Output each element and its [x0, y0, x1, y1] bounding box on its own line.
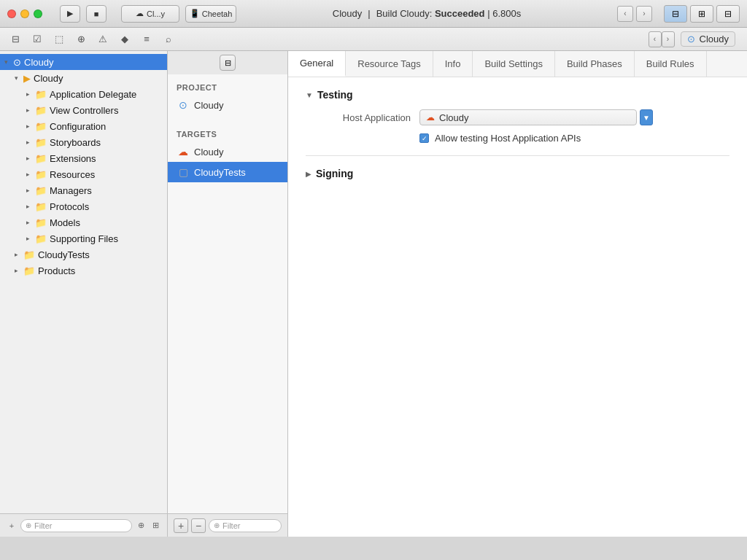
host-app-select-wrapper: ☁ Cloudy ▼ — [419, 109, 653, 125]
tab-resource-tags[interactable]: Resource Tags — [346, 51, 433, 77]
tree-products[interactable]: 📁 Products — [0, 262, 167, 279]
close-button[interactable] — [7, 9, 16, 18]
root-arrow[interactable] — [4, 58, 13, 66]
tree-configuration[interactable]: 📁 Configuration — [0, 118, 167, 134]
app-delegate-icon: 📁 — [35, 89, 47, 100]
navigator-toggle[interactable]: ⊟ — [664, 5, 687, 23]
device-selector[interactable]: 📱 Cheetah — [185, 5, 236, 23]
storyboards-arrow[interactable] — [26, 139, 35, 146]
resources-arrow[interactable] — [26, 171, 35, 178]
models-label: Models — [50, 217, 80, 228]
signing-section-title: Signing — [316, 168, 353, 179]
products-arrow[interactable] — [15, 267, 23, 274]
diamond-icon[interactable]: ◆ — [115, 31, 134, 48]
panel-project-item[interactable]: ⊙ Cloudy — [168, 95, 287, 115]
sidebar-filter[interactable]: ⊕ Filter — [20, 519, 132, 532]
forward-nav-button[interactable]: › — [636, 6, 652, 22]
tab-info[interactable]: Info — [433, 51, 473, 77]
scheme-selector[interactable]: ☁ Cl...y — [121, 5, 179, 23]
add-file-button[interactable]: + — [6, 520, 18, 532]
back-nav-button[interactable]: ‹ — [617, 6, 633, 22]
ct-arrow[interactable] — [15, 251, 23, 258]
vc-arrow[interactable] — [26, 106, 35, 114]
tree-supporting-files[interactable]: 📁 Supporting Files — [0, 230, 167, 246]
models-arrow[interactable] — [26, 219, 35, 226]
list-icon[interactable]: ≡ — [137, 31, 156, 48]
secondary-toolbar: ⊟ ☑ ⬚ ⊕ ⚠ ◆ ≡ ⌕ ‹ › ⊙ Cloudy — [0, 28, 747, 51]
add-icon[interactable]: ⊕ — [71, 31, 90, 48]
minimize-button[interactable] — [20, 9, 29, 18]
device-label: Cheetah — [202, 9, 233, 18]
panel-filter[interactable]: ⊕ Filter — [209, 519, 282, 532]
testing-collapse-toggle[interactable]: ▼ — [306, 91, 313, 99]
build-status-area: Cloudy | Build Cloudy: Succeeded | 6.800… — [333, 8, 521, 19]
scheme-label: Cl...y — [147, 9, 165, 18]
host-app-dropdown-arrow[interactable]: ▼ — [640, 109, 653, 125]
tree-resources[interactable]: 📁 Resources — [0, 166, 167, 182]
tree-models[interactable]: 📁 Models — [0, 214, 167, 230]
cloudy-arrow[interactable] — [15, 74, 23, 82]
tree-storyboards[interactable]: 📁 Storyboards — [0, 134, 167, 150]
tab-build-settings[interactable]: Build Settings — [473, 51, 555, 77]
resources-icon: 📁 — [35, 169, 47, 180]
tab-build-phases[interactable]: Build Phases — [555, 51, 635, 77]
remove-target-button[interactable]: − — [191, 518, 206, 533]
navigator-icon[interactable]: ⊟ — [6, 31, 25, 48]
build-prefix: Build Cloudy: — [376, 8, 435, 19]
forward-button2[interactable]: › — [662, 31, 675, 47]
protocols-arrow[interactable] — [26, 203, 35, 210]
testing-section-header: ▼ Testing — [306, 89, 729, 101]
breadcrumb-label: Cloudy — [700, 34, 729, 44]
managers-arrow[interactable] — [26, 187, 35, 194]
sf-arrow[interactable] — [26, 235, 35, 242]
app-delegate-arrow[interactable] — [26, 90, 35, 98]
testing-section: ▼ Testing Host Application ☁ Cloudy — [306, 89, 729, 144]
scheme-icon: ☁ — [136, 9, 144, 18]
filter-icon: ⊕ — [26, 521, 31, 529]
project-section-label: PROJECT — [168, 80, 287, 95]
tree-app-delegate[interactable]: 📁 Application Delegate — [0, 86, 167, 102]
host-app-app-icon: ☁ — [426, 112, 435, 122]
debug-toggle[interactable]: ⊞ — [690, 5, 713, 23]
host-app-row: Host Application ☁ Cloudy ▼ — [317, 109, 729, 125]
add-target-button[interactable]: + — [174, 518, 188, 533]
panel-project-label: Cloudy — [194, 100, 223, 111]
titlebar: ▶ ■ ☁ Cl...y 📱 Cheetah Cloudy | Build Cl… — [0, 0, 747, 28]
tree-managers[interactable]: 📁 Managers — [0, 182, 167, 198]
extensions-arrow[interactable] — [26, 155, 35, 162]
filter-options-button[interactable]: ⊞ — [150, 520, 161, 532]
host-app-control: ☁ Cloudy ▼ — [419, 109, 653, 125]
inspector-toggle[interactable]: ⊟ — [716, 5, 740, 23]
managers-icon: 📁 — [35, 185, 47, 196]
checkbox-icon[interactable]: ☑ — [28, 31, 47, 48]
tree-protocols[interactable]: 📁 Protocols — [0, 198, 167, 214]
stop-button[interactable]: ■ — [86, 5, 107, 23]
breadcrumb[interactable]: ⊙ Cloudy — [681, 31, 735, 47]
search-icon[interactable]: ⌕ — [159, 31, 178, 48]
config-arrow[interactable] — [26, 122, 35, 130]
host-app-select[interactable]: ☁ Cloudy — [419, 109, 637, 125]
tab-bar: General Resource Tags Info Build Setting… — [288, 51, 747, 77]
tree-cloudy[interactable]: ▶ Cloudy — [0, 70, 167, 86]
filter-recent-button[interactable]: ⊕ — [135, 520, 147, 532]
hierarchy-icon[interactable]: ⬚ — [50, 31, 69, 48]
main-area: ⊙ Cloudy ▶ Cloudy 📁 Application Delegate… — [0, 51, 747, 537]
panel-icon-btn[interactable]: ⊟ — [220, 55, 236, 71]
targets-section-label: TARGETS — [168, 127, 287, 141]
signing-collapse-toggle[interactable]: ▶ — [306, 170, 311, 178]
tree-cloudy-tests[interactable]: 📁 CloudyTests — [0, 246, 167, 262]
panel-target-cloudy[interactable]: ☁ Cloudy — [168, 141, 287, 162]
allow-testing-checkbox[interactable]: ✓ — [419, 133, 429, 143]
tree-extensions[interactable]: 📁 Extensions — [0, 150, 167, 166]
back-button2[interactable]: ‹ — [649, 31, 662, 47]
testing-section-title: Testing — [317, 89, 353, 101]
tree-root[interactable]: ⊙ Cloudy — [0, 54, 167, 70]
warning-icon[interactable]: ⚠ — [93, 31, 112, 48]
fullscreen-button[interactable] — [34, 9, 42, 18]
tab-general[interactable]: General — [288, 51, 346, 77]
tree-view-controllers[interactable]: 📁 View Controllers — [0, 102, 167, 118]
tab-build-rules[interactable]: Build Rules — [635, 51, 707, 77]
breadcrumb-icon: ⊙ — [687, 34, 695, 44]
play-button[interactable]: ▶ — [60, 5, 80, 23]
panel-target-cloudytests[interactable]: ▢ CloudyTests — [168, 162, 287, 182]
